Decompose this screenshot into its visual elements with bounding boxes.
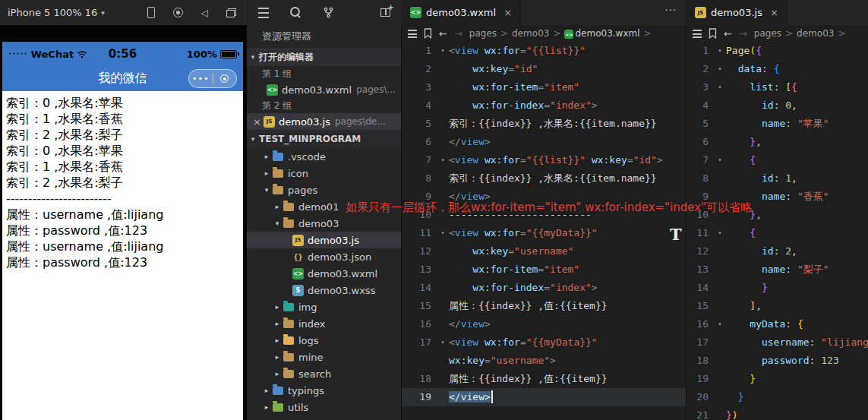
minimize-icon[interactable]	[213, 74, 237, 83]
device-selector[interactable]: iPhone 5 100% 16 ▾	[0, 7, 105, 18]
tree-item-typings[interactable]: ▸typings	[247, 382, 401, 399]
list-icon[interactable]	[408, 30, 417, 38]
project-header[interactable]: ▾ TEST_MINPROGRAM	[247, 130, 401, 148]
fold-chevron-icon[interactable]: ▾	[714, 42, 726, 60]
code-line-5[interactable]: 5索引：{{index}} ,水果名:{{item.name}}	[402, 115, 686, 133]
code-line-3[interactable]: 3 wx:for-item="item"	[402, 78, 686, 96]
code-line-12[interactable]: 12 wx:key="username"	[402, 242, 686, 261]
tree-item-index[interactable]: ▸index	[247, 315, 401, 332]
speaker-icon[interactable]: ◁	[201, 8, 208, 17]
forward-arrow-icon[interactable]: →	[454, 28, 462, 39]
code-line-21[interactable]: 21})	[687, 406, 868, 420]
bookmark-icon[interactable]	[424, 28, 432, 39]
code-line-17[interactable]: 17▾<view wx:for="{{myData}}"	[402, 333, 686, 352]
code-line-20[interactable]: 20 }	[687, 388, 868, 406]
split-editor-icon[interactable]	[380, 8, 390, 17]
open-editor-demo03.js[interactable]: ×JSdemo03.jspages\de...	[247, 113, 401, 130]
code-line-4[interactable]: 4 id: 0,	[687, 96, 868, 115]
tree-item-pages[interactable]: ▾pages	[247, 182, 401, 198]
code-line-16[interactable]: 16▾ myData: {	[687, 315, 868, 333]
bookmark-icon[interactable]	[709, 28, 717, 39]
code-line-15[interactable]: 15 ],	[687, 297, 868, 315]
breadcrumb[interactable]: pages>demo03>	[754, 28, 846, 39]
open-editors-header[interactable]: ▾ 打开的编辑器	[247, 48, 401, 66]
code-line-6[interactable]: 6</view>	[402, 133, 686, 151]
code-line-11[interactable]: 11▾<view wx:for="{{myData}}"	[402, 224, 686, 242]
code-line-13[interactable]: 13 name: "梨子"	[687, 261, 868, 279]
list-icon[interactable]	[693, 30, 702, 38]
code-line-1[interactable]: 1▾<view wx:for="{{list}}"	[402, 42, 686, 60]
fold-chevron-icon[interactable]: ▾	[714, 60, 726, 78]
breadcrumb-item-pages[interactable]: pages	[469, 28, 497, 39]
tab-demo03-wxml[interactable]: <> demo03.wxml ×	[402, 0, 521, 25]
tree-item-img[interactable]: ▸img	[247, 298, 401, 315]
code-area-wxml[interactable]: 1▾<view wx:for="{{list}}"2 wx:key="id"3 …	[402, 42, 686, 406]
code-line-14[interactable]: 14 }	[687, 279, 868, 297]
tree-item-utils[interactable]: ▸utils	[247, 399, 401, 415]
branch-icon[interactable]	[323, 7, 334, 18]
code-line-4[interactable]: 4 wx:for-index="index">	[402, 96, 686, 115]
breadcrumb-item-demo03.wxml[interactable]: <>demo03.wxml	[564, 28, 639, 39]
close-icon[interactable]: ×	[770, 7, 778, 18]
code-line-18[interactable]: 18属性：{{index}} ,值:{{item}}	[402, 370, 686, 388]
code-line-2[interactable]: 2 wx:key="id"	[402, 60, 686, 78]
close-icon[interactable]: ×	[251, 116, 264, 128]
code-line-17[interactable]: 17 username: "lijiang",	[687, 333, 868, 352]
code-line-19[interactable]: 19</view>	[402, 388, 686, 406]
code-line-3[interactable]: 3▾ list: [{	[687, 78, 868, 96]
fold-chevron-icon[interactable]: ▾	[437, 333, 449, 352]
forward-arrow-icon[interactable]: →	[739, 28, 747, 39]
more-actions-icon[interactable]: ···	[665, 0, 686, 25]
code-line-14[interactable]: 14 wx:for-index="index">	[402, 279, 686, 297]
tree-item-mine[interactable]: ▸mine	[247, 349, 401, 365]
fold-chevron-icon[interactable]: ▾	[714, 78, 726, 96]
tree-item-demo03[interactable]: ▾demo03	[247, 215, 401, 232]
code-line-8[interactable]: 8 id: 1,	[687, 169, 868, 188]
tree-item-.vscode[interactable]: ▸.vscode	[247, 148, 401, 165]
tree-item-icon[interactable]: ▸icon	[247, 165, 401, 182]
breadcrumb-item-pages[interactable]: pages	[754, 28, 781, 39]
tree-item-demo03.wxss[interactable]: Sdemo03.wxss	[247, 282, 401, 298]
code-line-7[interactable]: 7▾<view wx:for="{{list}}" wx:key="id">	[402, 151, 686, 169]
code-line-8[interactable]: 8索引：{{index}} ,水果名:{{item.name}}	[402, 169, 686, 188]
back-arrow-icon[interactable]: ←	[439, 28, 447, 39]
close-icon[interactable]: ×	[503, 7, 512, 18]
fold-chevron-icon[interactable]: ▾	[437, 151, 449, 169]
code-line-13[interactable]: 13 wx:for-item="item"	[402, 261, 686, 279]
fold-chevron-icon[interactable]: ▾	[437, 42, 449, 60]
fold-chevron-icon[interactable]: ▾	[714, 151, 726, 169]
code-line-12[interactable]: 12 id: 2,	[687, 242, 868, 261]
record-icon[interactable]	[173, 8, 183, 17]
device-icon[interactable]	[147, 7, 155, 18]
code-line-wrap[interactable]: wx:key="username">	[402, 352, 686, 370]
search-icon[interactable]	[290, 7, 301, 18]
tab-demo03-js[interactable]: JS demo03.js ×	[687, 0, 788, 25]
tree-item-demo03.js[interactable]: JSdemo03.js	[247, 232, 401, 248]
breadcrumb[interactable]: pages>demo03><>demo03.wxml>	[469, 28, 652, 39]
code-line-19[interactable]: 19 }	[687, 370, 868, 388]
code-line-15[interactable]: 15属性：{{index}} ,值:{{item}}	[402, 297, 686, 315]
code-line-16[interactable]: 16</view>	[402, 315, 686, 333]
more-menu-icon[interactable]: •••	[189, 70, 213, 87]
code-line-1[interactable]: 1▾Page({	[687, 42, 868, 60]
code-line-6[interactable]: 6 },	[687, 133, 868, 151]
back-arrow-icon[interactable]: ←	[724, 28, 732, 39]
breadcrumb-item-demo03[interactable]: demo03	[797, 28, 834, 39]
code-line-18[interactable]: 18 password: 123	[687, 352, 868, 370]
breadcrumb-item-demo03[interactable]: demo03	[512, 28, 549, 39]
fold-chevron-icon[interactable]: ▾	[714, 224, 726, 242]
menu-icon[interactable]	[258, 8, 269, 18]
code-line-5[interactable]: 5 name: "苹果"	[687, 115, 868, 133]
code-line-2[interactable]: 2▾ data: {	[687, 60, 868, 78]
tree-item-logs[interactable]: ▸logs	[247, 332, 401, 349]
tree-item-search[interactable]: ▸search	[247, 365, 401, 382]
tree-item-demo03.json[interactable]: {}demo03.json	[247, 248, 401, 265]
multi-window-icon[interactable]	[226, 8, 236, 17]
code-area-js[interactable]: 1▾Page({2▾ data: {3▾ list: [{4 id: 0,5 n…	[687, 42, 868, 420]
capsule-menu[interactable]: •••	[188, 69, 237, 88]
fold-chevron-icon[interactable]: ▾	[437, 224, 449, 242]
code-line-11[interactable]: 11▾ {	[687, 224, 868, 242]
code-line-7[interactable]: 7▾ {	[687, 151, 868, 169]
fold-chevron-icon[interactable]: ▾	[714, 315, 726, 333]
tree-item-demo03.wxml[interactable]: <>demo03.wxml	[247, 265, 401, 282]
